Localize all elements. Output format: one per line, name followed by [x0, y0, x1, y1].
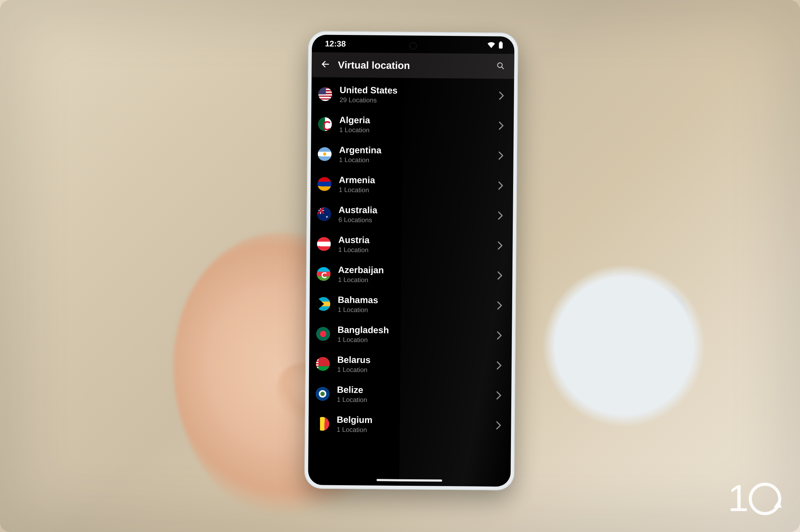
- chevron-right-icon: [495, 331, 504, 340]
- watermark-one: 1: [728, 476, 747, 519]
- page-title: Virtual location: [338, 59, 488, 72]
- row-subtitle: 1 Location: [337, 366, 495, 375]
- row-title: Belize: [337, 385, 494, 397]
- row-title: Bangladesh: [338, 325, 495, 337]
- row-subtitle: 1 Location: [338, 306, 495, 315]
- row-subtitle: 29 Locations: [339, 96, 497, 105]
- location-row[interactable]: United States29 Locations: [311, 79, 514, 111]
- flag-icon: [318, 117, 332, 131]
- photo-frame: 12:38: [0, 0, 800, 532]
- flag-icon: [316, 297, 330, 311]
- location-row[interactable]: Azerbaijan1 Location: [310, 259, 512, 291]
- watermark-zero-icon: [749, 483, 781, 515]
- row-title: Australia: [339, 205, 496, 217]
- back-button[interactable]: [319, 58, 332, 72]
- chevron-right-icon: [495, 271, 504, 280]
- row-text: Algeria1 Location: [339, 115, 497, 135]
- flag-icon: [316, 357, 330, 370]
- location-row[interactable]: Algeria1 Location: [311, 109, 514, 141]
- status-time: 12:38: [325, 39, 346, 49]
- row-text: Bangladesh1 Location: [338, 325, 495, 345]
- chevron-right-icon: [496, 151, 505, 160]
- phone-device: 12:38: [304, 31, 519, 491]
- row-text: Bahamas1 Location: [338, 295, 495, 315]
- row-subtitle: 1 Location: [339, 156, 496, 165]
- flag-icon: [318, 147, 331, 161]
- phone-screen: 12:38: [308, 35, 515, 487]
- row-subtitle: 1 Location: [339, 126, 497, 135]
- watermark: 1: [728, 476, 781, 519]
- row-text: Belgium1 Location: [337, 415, 494, 435]
- row-title: Algeria: [339, 115, 497, 127]
- location-row[interactable]: Belize1 Location: [309, 379, 512, 411]
- chevron-right-icon: [495, 361, 504, 370]
- location-row[interactable]: Bangladesh1 Location: [309, 319, 512, 350]
- row-title: Belarus: [337, 355, 495, 366]
- location-row[interactable]: Belgium1 Location: [308, 409, 511, 440]
- location-row[interactable]: Bahamas1 Location: [309, 289, 512, 321]
- chevron-right-icon: [494, 421, 503, 430]
- flag-icon: [317, 207, 331, 221]
- chevron-right-icon: [494, 391, 503, 400]
- row-text: Belize1 Location: [337, 385, 494, 405]
- row-title: Bahamas: [338, 295, 495, 307]
- row-text: Argentina1 Location: [339, 145, 496, 165]
- location-row[interactable]: Argentina1 Location: [311, 139, 514, 171]
- flag-icon: [317, 237, 331, 251]
- row-title: Armenia: [339, 175, 496, 187]
- location-row[interactable]: Belarus1 Location: [309, 349, 512, 381]
- wifi-icon: [487, 42, 495, 48]
- row-text: Belarus1 Location: [337, 355, 495, 375]
- location-row[interactable]: Armenia1 Location: [311, 169, 513, 201]
- row-text: Azerbaijan1 Location: [338, 265, 495, 285]
- location-row[interactable]: Austria1 Location: [310, 229, 513, 261]
- row-title: United States: [340, 85, 497, 97]
- flag-icon: [317, 177, 331, 191]
- row-title: Azerbaijan: [338, 265, 496, 277]
- row-subtitle: 6 Locations: [339, 216, 496, 225]
- chevron-right-icon: [497, 91, 506, 100]
- row-title: Argentina: [339, 145, 496, 157]
- row-subtitle: 1 Location: [338, 336, 495, 345]
- search-button[interactable]: [493, 59, 507, 73]
- flag-icon: [315, 417, 329, 431]
- app-header: Virtual location: [312, 52, 514, 79]
- chevron-right-icon: [496, 211, 505, 220]
- camera-punchhole: [410, 43, 416, 49]
- row-subtitle: 1 Location: [338, 276, 495, 285]
- flag-icon: [316, 327, 330, 341]
- location-row[interactable]: Australia6 Locations: [310, 199, 513, 231]
- svg-rect-0: [500, 41, 502, 42]
- flag-icon: [316, 267, 330, 281]
- chevron-right-icon: [495, 301, 504, 310]
- flag-icon: [316, 387, 329, 401]
- row-subtitle: 1 Location: [338, 246, 496, 255]
- row-text: United States29 Locations: [339, 85, 497, 105]
- flag-icon: [318, 87, 332, 101]
- arrow-left-icon: [321, 59, 330, 70]
- row-text: Austria1 Location: [338, 235, 496, 255]
- row-text: Australia6 Locations: [339, 205, 496, 225]
- status-right: [487, 41, 503, 49]
- chevron-right-icon: [496, 181, 505, 190]
- row-title: Austria: [338, 235, 496, 247]
- row-subtitle: 1 Location: [339, 186, 496, 195]
- row-title: Belgium: [337, 415, 494, 426]
- location-list[interactable]: United States29 LocationsAlgeria1 Locati…: [308, 77, 514, 487]
- row-subtitle: 1 Location: [337, 396, 494, 405]
- chevron-right-icon: [497, 121, 506, 130]
- search-icon: [496, 61, 505, 71]
- row-subtitle: 1 Location: [337, 426, 494, 435]
- row-text: Armenia1 Location: [339, 175, 496, 195]
- svg-line-4: [502, 67, 504, 69]
- chevron-right-icon: [496, 241, 504, 250]
- svg-rect-1: [499, 42, 503, 49]
- battery-icon: [498, 41, 503, 49]
